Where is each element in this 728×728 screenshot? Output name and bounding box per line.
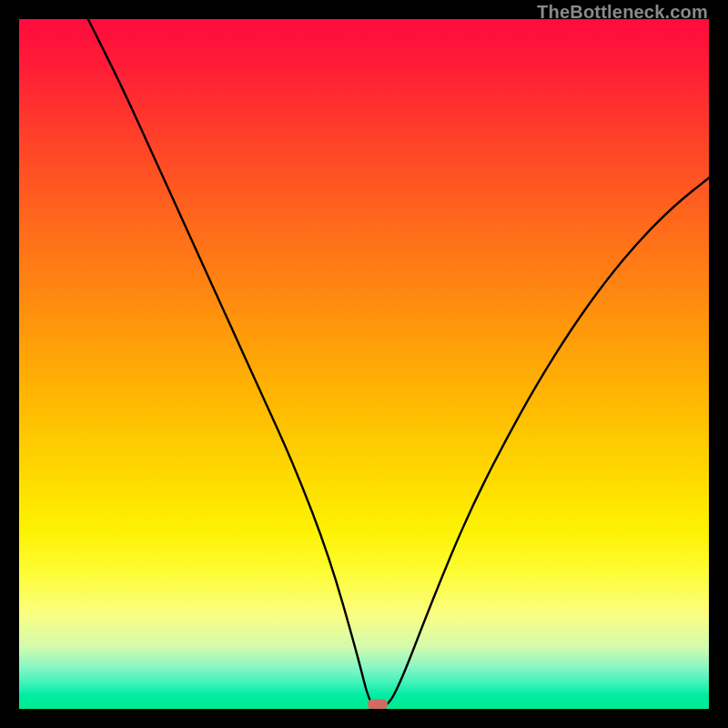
chart-container: TheBottleneck.com	[0, 0, 728, 728]
plot-area	[19, 19, 709, 709]
watermark-text: TheBottleneck.com	[537, 2, 708, 23]
bottleneck-curve	[88, 19, 709, 709]
curve-layer	[19, 19, 709, 709]
optimal-marker	[368, 700, 388, 710]
